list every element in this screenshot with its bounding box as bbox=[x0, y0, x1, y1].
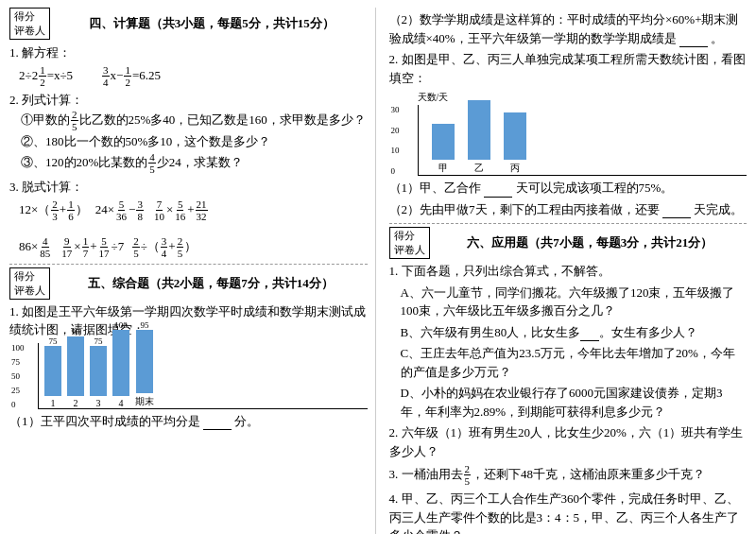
calc1: 12×（23+16） bbox=[19, 198, 88, 222]
bar-1: 75 1 bbox=[44, 336, 61, 408]
problem-4-2: 2. 列式计算： ①甲数的25比乙数的25%多40，已知乙数是160，求甲数是多… bbox=[9, 91, 368, 175]
right-column: （2）数学学期成绩是这样算的：平时成绩的平均分×60%+期末测验成绩×40%，王… bbox=[386, 8, 747, 534]
right-text1: （2）数学学期成绩是这样算的：平时成绩的平均分×60%+期末测验成绩×40%，王… bbox=[389, 10, 747, 47]
equation-row: 2÷212=x÷5 34x−12=6.25 bbox=[19, 64, 368, 88]
eq1b: 34x−12=6.25 bbox=[101, 64, 161, 88]
calc-row2: 86×485 917×17+517÷7 25÷（34+25） bbox=[19, 235, 368, 259]
section4-header: 得分 评卷人 四、计算题（共3小题，每题5分，共计15分） bbox=[9, 8, 368, 40]
calc6: 25÷（34+25） bbox=[131, 235, 197, 259]
section5-q1: （1）王平四次平时成绩的平均分是 分。 bbox=[9, 412, 368, 431]
bar-yi: 乙 bbox=[468, 100, 490, 175]
right-q2a: （1）甲、乙合作 天可以完成该项工程的75%。 bbox=[389, 179, 747, 198]
section6-p3: 3. 一桶油用去25，还剩下48千克，这桶油原来重多少千克？ bbox=[389, 463, 747, 487]
blank-q2a bbox=[484, 186, 512, 198]
section6-pB: B、六年级有男生80人，比女生多。女生有多少人？ bbox=[401, 323, 747, 342]
blank-score bbox=[679, 36, 708, 47]
right-text2: 2. 如图是甲、乙、丙三人单独完成某项工程所需天数统计图，看图填空： bbox=[389, 50, 747, 87]
section6-header: 得分 评卷人 六、应用题（共7小题，每题3分，共计21分） bbox=[389, 223, 747, 259]
calc2: 24×536−38 bbox=[95, 198, 145, 222]
problem-4-1: 1. 解方程： 2÷212=x÷5 34x−12=6.25 bbox=[9, 43, 368, 88]
bar-bing: 丙 bbox=[504, 112, 526, 175]
section6: 得分 评卷人 六、应用题（共7小题，每题3分，共计21分） 1. 下面各题，只列… bbox=[389, 223, 747, 534]
calc-row1: 12×（23+16） 24×536−38 710×516+2132 bbox=[19, 198, 368, 222]
section6-pC: C、王庄去年总产值为23.5万元，今年比去年增加了20%，今年的产值是多少万元？ bbox=[401, 344, 747, 381]
section-right-chart: 天数/天 30 20 10 0 甲 bbox=[389, 91, 747, 176]
eq1a: 2÷212=x÷5 bbox=[19, 64, 73, 88]
blank-avg bbox=[203, 419, 232, 430]
blank-q2b bbox=[662, 207, 691, 218]
right-bar-chart: 甲 乙 丙 bbox=[418, 105, 747, 176]
page: 得分 评卷人 四、计算题（共3小题，每题5分，共计15分） 1. 解方程： 2÷… bbox=[0, 0, 756, 534]
score-box-5: 得分 评卷人 bbox=[9, 267, 50, 300]
p2c: ③、120的20%比某数的45少24，求某数？ bbox=[21, 151, 368, 175]
section4-title: 四、计算题（共3小题，每题5分，共计15分） bbox=[56, 15, 368, 32]
left-bar-chart: 75 1 90 2 75 bbox=[38, 343, 368, 409]
right-q2b: （2）先由甲做7天，剩下的工程由丙接着做，还要 天完成。 bbox=[389, 200, 747, 219]
left-column: 得分 评卷人 四、计算题（共3小题，每题5分，共计15分） 1. 解方程： 2÷… bbox=[9, 8, 376, 534]
section6-intro: 1. 下面各题，只列出综合算式，不解答。 bbox=[389, 262, 747, 281]
section6-pD: D、小朴的妈妈在农业银行存了6000元国家建设债券，定期3年，年利率为2.89%… bbox=[401, 384, 747, 421]
section6-p4: 4. 甲、乙、丙三个工人合作生产360个零件，完成任务时甲、乙、丙三人生产零件个… bbox=[389, 490, 747, 534]
bar-jia: 甲 bbox=[432, 124, 455, 175]
section5-header: 得分 评卷人 五、综合题（共2小题，每题7分，共计14分） bbox=[9, 264, 368, 300]
section5-title: 五、综合题（共2小题，每题7分，共计14分） bbox=[54, 275, 368, 292]
problem-num-2: 2. 列式计算： bbox=[9, 93, 83, 107]
calc5: 917×17+517÷7 bbox=[60, 235, 124, 259]
section6-p2: 2. 六年级（1）班有男生20人，比女生少20%，六（1）班共有学生多少人？ bbox=[389, 423, 747, 460]
problem-num-1: 1. 解方程： bbox=[9, 45, 71, 60]
bar-4: 100 4 bbox=[112, 320, 129, 408]
section6-title: 六、应用题（共7小题，每题3分，共计21分） bbox=[434, 234, 747, 251]
section5-p1: 1. 如图是王平六年级第一学期四次数学平时成绩和数学期末测试成绩统计图，请据图填… bbox=[9, 302, 368, 339]
problem-num-3: 3. 脱式计算： bbox=[9, 180, 83, 194]
calc3: 710×516+2132 bbox=[152, 198, 209, 222]
calc4: 86×485 bbox=[19, 235, 52, 259]
bar-2: 90 2 bbox=[67, 327, 84, 408]
p2b: ②、180比一个数的50%多10，这个数是多少？ bbox=[21, 132, 368, 151]
section6-pA: A、六一儿童节，同学们搬花。六年级搬了120束，五年级搬了100束，六年级比五年… bbox=[401, 284, 747, 320]
section5: 得分 评卷人 五、综合题（共2小题，每题7分，共计14分） 1. 如图是王平六年… bbox=[9, 264, 368, 431]
bar-5: 95 期末 bbox=[135, 320, 154, 408]
score-box-4: 得分 评卷人 bbox=[9, 8, 50, 40]
p2a: ①甲数的25比乙数的25%多40，已知乙数是160，求甲数是多少？ bbox=[21, 109, 368, 132]
bar-3: 75 3 bbox=[90, 336, 107, 408]
problem-4-3: 3. 脱式计算： 12×（23+16） 24×536−38 710×516+21… bbox=[9, 178, 368, 259]
section5-chart: 100 75 50 25 0 75 1 bbox=[9, 343, 368, 409]
score-box-6: 得分 评卷人 bbox=[389, 227, 430, 259]
